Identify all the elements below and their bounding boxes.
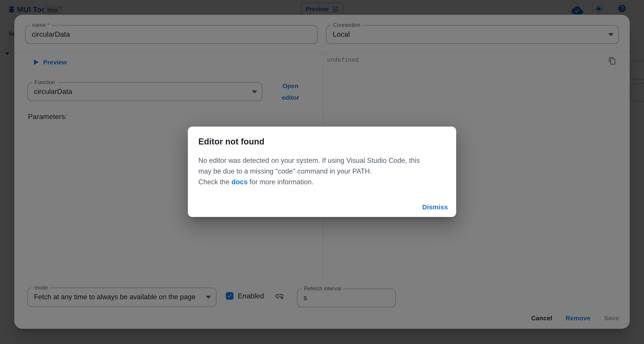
dismiss-button[interactable]: Dismiss bbox=[418, 201, 452, 213]
body-check-suffix: for more information. bbox=[248, 178, 314, 186]
docs-link[interactable]: docs bbox=[232, 178, 248, 186]
body-line-2: may be due to a missing "code" command i… bbox=[198, 167, 372, 175]
screen: MUI Toolpad Beta Preview bbox=[0, 0, 644, 344]
editor-not-found-dialog: Editor not found No editor was detected … bbox=[188, 126, 456, 217]
dialog-body: No editor was detected on your system. I… bbox=[198, 155, 445, 188]
dialog-title: Editor not found bbox=[198, 136, 264, 148]
body-line-1: No editor was detected on your system. I… bbox=[198, 156, 420, 164]
body-check-prefix: Check the bbox=[198, 178, 232, 186]
